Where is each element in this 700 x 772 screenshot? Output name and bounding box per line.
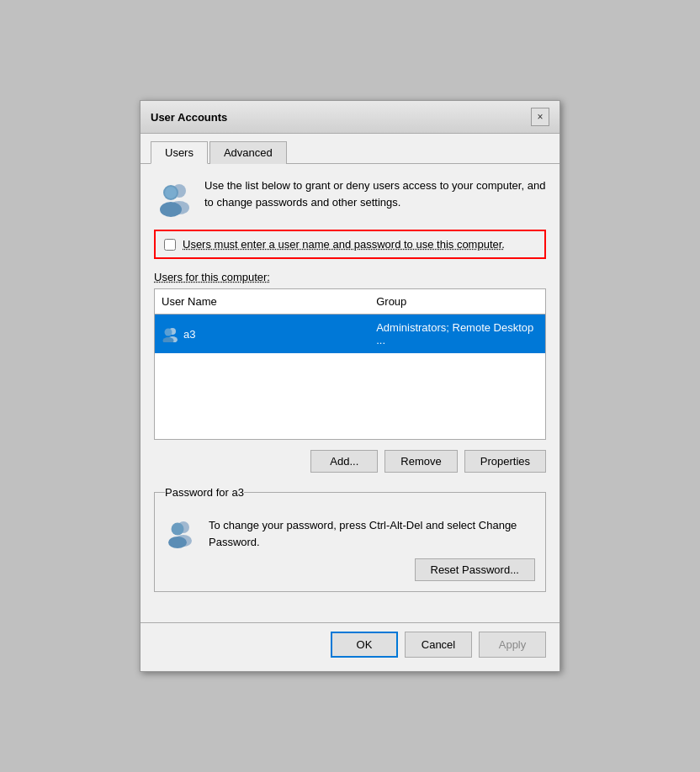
password-content: To change your password, press Ctrl-Alt-… bbox=[165, 517, 535, 581]
reset-password-row: Reset Password... bbox=[209, 558, 535, 581]
password-text: To change your password, press Ctrl-Alt-… bbox=[209, 517, 535, 550]
svg-point-4 bbox=[165, 187, 177, 198]
users-icon bbox=[154, 177, 194, 218]
apply-button[interactable]: Apply bbox=[479, 632, 546, 658]
password-text-area: To change your password, press Ctrl-Alt-… bbox=[209, 517, 535, 581]
users-table: User Name Group a3 Administrators; Remot… bbox=[154, 288, 546, 440]
password-group: Password for a3 To change your password,… bbox=[154, 486, 546, 592]
user-accounts-dialog: User Accounts × Users Advanced Use bbox=[140, 100, 560, 672]
dialog-title: User Accounts bbox=[151, 111, 227, 124]
column-header-username: User Name bbox=[155, 292, 369, 311]
tab-advanced[interactable]: Advanced bbox=[209, 141, 287, 164]
password-group-legend: Password for a3 bbox=[165, 486, 244, 499]
checkbox-label[interactable]: Users must enter a user name and passwor… bbox=[183, 238, 505, 251]
bottom-buttons: OK Cancel Apply bbox=[141, 622, 559, 671]
add-button[interactable]: Add... bbox=[310, 450, 378, 473]
user-name-cell: a3 bbox=[155, 322, 369, 346]
password-icon bbox=[165, 517, 199, 551]
reset-password-button[interactable]: Reset Password... bbox=[415, 558, 536, 581]
table-row[interactable]: a3 Administrators; Remote Desktop ... bbox=[155, 315, 545, 353]
tab-content: Use the list below to grant or deny user… bbox=[141, 164, 559, 622]
svg-point-3 bbox=[160, 202, 182, 217]
users-section-label: Users for this computer: bbox=[154, 271, 546, 283]
properties-button[interactable]: Properties bbox=[464, 450, 546, 473]
cancel-button[interactable]: Cancel bbox=[405, 632, 472, 658]
table-header: User Name Group bbox=[155, 289, 545, 315]
checkbox-highlighted-area: Users must enter a user name and passwor… bbox=[154, 230, 546, 259]
remove-button[interactable]: Remove bbox=[384, 450, 457, 473]
title-bar: User Accounts × bbox=[141, 101, 559, 134]
user-action-buttons: Add... Remove Properties bbox=[154, 450, 546, 473]
svg-point-12 bbox=[168, 537, 187, 548]
tab-users[interactable]: Users bbox=[151, 141, 208, 164]
svg-point-11 bbox=[172, 523, 184, 536]
info-text: Use the list below to grant or deny user… bbox=[204, 177, 546, 210]
user-row-icon bbox=[162, 325, 178, 342]
svg-point-7 bbox=[165, 329, 172, 336]
user-group-cell: Administrators; Remote Desktop ... bbox=[369, 318, 545, 350]
info-section: Use the list below to grant or deny user… bbox=[154, 177, 546, 218]
ok-button[interactable]: OK bbox=[331, 632, 398, 658]
tabs-container: Users Advanced bbox=[141, 134, 559, 164]
users-must-enter-checkbox[interactable] bbox=[164, 239, 176, 251]
close-button[interactable]: × bbox=[531, 108, 549, 126]
column-header-group: Group bbox=[369, 292, 545, 311]
